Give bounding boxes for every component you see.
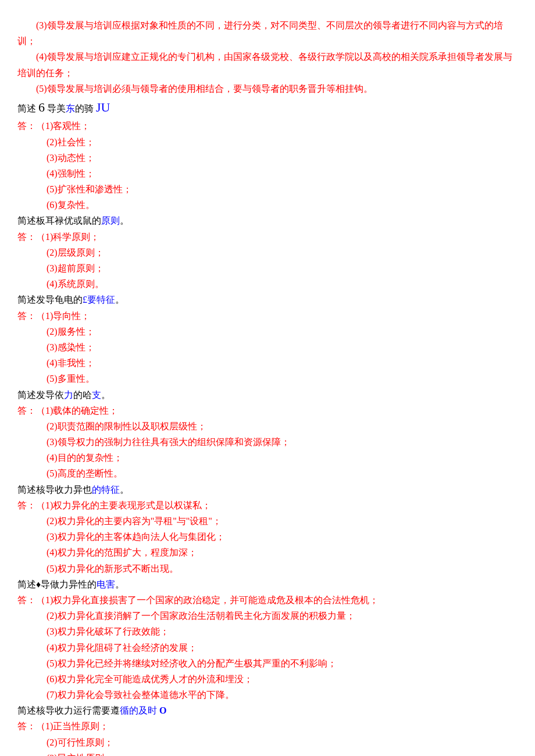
answer-4-2: (2)职责范圈的限制性以及职权层级性； [17,418,518,434]
answer-4-3: (3)领导权力的强制力往往具有强大的组织保障和资源保障； [17,434,518,450]
a-prefix-5: 答： [17,500,36,510]
q4-part1: 简述发导依 [17,390,64,400]
answer-6-5: (5)权力异化已经并将继续对经济收入的分配产生极其严重的不利影响； [17,655,518,671]
q2-part1: 简述板耳禄优或鼠的 [17,216,101,225]
answer-5-2: (2)权力异化的主要内容为"寻租"与"设租"； [17,513,518,529]
answer-4-5: (5)高度的垄断性。 [17,465,518,481]
answer-3-2: (2)服务性； [17,324,518,339]
q1-part6: JU [96,100,110,114]
q3-part4: 。 [115,295,124,304]
q6-part1: 简述♦导做力异性的 [17,579,97,589]
answer-6-7: (7)权力异化会导致社会整体道德水平的下降。 [17,687,518,703]
a5-1: （1)权力异化的主要表现形式是以权谋私； [36,500,211,510]
answer-3-4: (4)非我性； [17,355,518,371]
q7-part1: 简述核导收力运行需要遵 [17,705,120,715]
answer-5-1: 答：（1)权力异化的主要表现形式是以权谋私； [17,497,518,513]
q1-part2: 6 [38,100,45,114]
q4-part5: 。 [101,390,110,400]
intro-line-3: (5)领导发展与培训必须与领导者的使用相结合，要与领导者的职务晋升等相挂钩。 [17,81,518,96]
q2-part2: 原则 [101,216,120,225]
q6-part3: 。 [115,579,124,589]
answer-2-1: 答：（1)科学原则； [17,229,518,245]
intro-text-2: (4)领导发展与培训应建立正规化的专门机构，由国家各级党校、各级行政学院以及高校… [17,52,512,77]
a-prefix-6: 答： [17,595,36,605]
q4-part3: 的哈 [73,390,92,400]
a4-1: （1)载体的确定性； [36,406,118,415]
q1-part4: 东 [66,103,75,113]
q6-part2: 电害 [97,579,115,589]
answer-4-1: 答：（1)载体的确定性； [17,403,518,418]
answer-2-4: (4)系统原则。 [17,276,518,292]
q3-part2: £ [83,295,87,304]
answer-5-5: (5)权力异化的新形式不断出现。 [17,561,518,576]
question-6: 简述♦导做力异性的电害。 [17,576,518,592]
q5-part3: 。 [120,485,129,495]
a7-1: （1)正当性原则； [36,721,109,731]
answer-6-1: 答：（1)权力异化直接损害了一个国家的政治稳定，并可能造成危及根本的合法性危机； [17,592,518,608]
a-prefix-7: 答： [17,721,36,731]
q4-part4: 支 [92,390,101,400]
question-4: 简述发导依力的哈支。 [17,387,518,403]
q1-part1: 简述 [17,103,38,113]
answer-7-3: (3)民主性原则； [17,750,518,756]
q1-part3: 导美 [45,103,66,113]
q2-part3: 。 [120,216,129,225]
a2-1: （1)科学原则； [36,232,99,242]
question-3: 简述发导龟电的£要特征。 [17,292,518,307]
q5-part1: 简述核导收力异也 [17,485,92,495]
answer-1-2: (2)社会性； [17,134,518,150]
question-1: 简述 6 导美东的骑 JU [17,96,518,118]
a-prefix-1: 答： [17,121,36,131]
question-5: 简述核导收力异也的特征。 [17,482,518,497]
q5-part2: 的特征 [92,485,120,495]
answer-3-1: 答：（1)导向性； [17,308,518,324]
answer-5-4: (4)权力异化的范围扩大，程度加深； [17,544,518,560]
question-2: 简述板耳禄优或鼠的原则。 [17,213,518,228]
question-7: 简述核导收力运行需要遵循的及时 O [17,703,518,718]
answer-7-2: (2)可行性原则； [17,734,518,750]
answer-6-2: (2)权力异化直接消解了一个国家政治生活朝着民主化方面发展的积极力量； [17,608,518,624]
answer-6-4: (4)权力异化阻碍了社会经济的发展； [17,640,518,655]
a3-1: （1)导向性； [36,311,90,321]
q7-part2: 循的及时 [120,705,157,715]
answer-4-4: (4)目的的复杂性； [17,450,518,465]
q4-part2: 力 [64,390,73,400]
answer-1-5: (5)扩张性和渗透性； [17,181,518,197]
q3-part3: 要特征 [87,295,115,304]
answer-1-6: (6)复杂性。 [17,197,518,213]
answer-1-3: (3)动态性； [17,150,518,166]
a-prefix-3: 答： [17,311,36,321]
q7-part4: O [159,705,166,715]
intro-text-3: (5)领导发展与培训必须与领导者的使用相结合，要与领导者的职务晋升等相挂钩。 [36,84,373,94]
answer-2-3: (3)超前原则； [17,260,518,276]
a-prefix-4: 答： [17,406,36,415]
answer-1-1: 答：（1)客观性； [17,118,518,134]
intro-line-1: (3)领导发展与培训应根据对象和性质的不同，进行分类，对不同类型、不同层次的领导… [17,17,518,49]
answer-3-3: (3)感染性； [17,339,518,355]
q1-part5: 的骑 [75,103,96,113]
answer-7-1: 答：（1)正当性原则； [17,718,518,734]
answer-2-2: (2)层级原则； [17,245,518,260]
answer-5-3: (3)权力异化的主客体趋向法人化与集团化； [17,529,518,544]
a1-1: （1)客观性； [36,121,90,131]
answer-6-6: (6)权力异化完全可能造成优秀人才的外流和埋没； [17,671,518,687]
q3-part1: 简述发导龟电的 [17,295,83,304]
intro-line-2: (4)领导发展与培训应建立正规化的专门机构，由国家各级党校、各级行政学院以及高校… [17,49,518,80]
a-prefix-2: 答： [17,232,36,242]
answer-1-4: (4)强制性； [17,166,518,181]
answer-6-3: (3)权力异化破坏了行政效能； [17,624,518,639]
a6-1: （1)权力异化直接损害了一个国家的政治稳定，并可能造成危及根本的合法性危机； [36,595,379,605]
answer-3-5: (5)多重性。 [17,371,518,386]
